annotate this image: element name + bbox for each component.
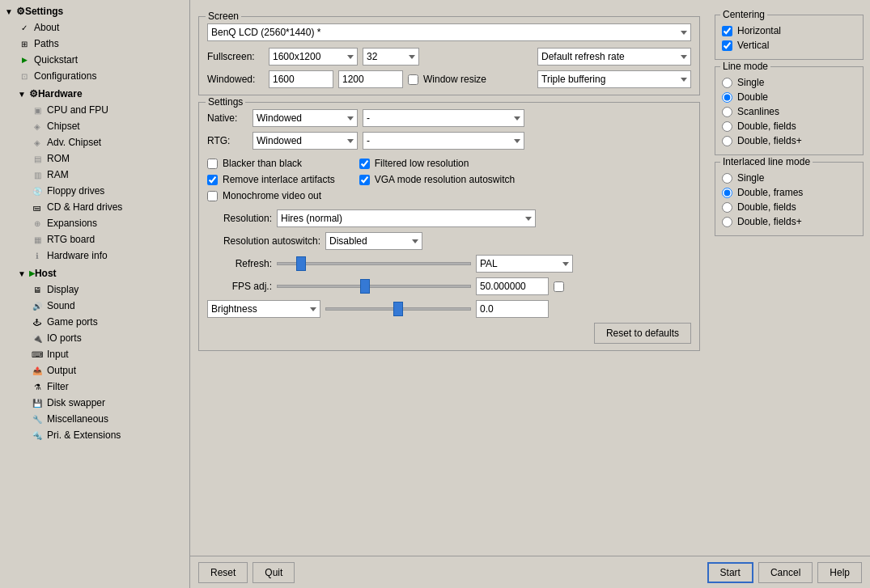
interlaced-single-label: Single — [737, 172, 764, 184]
line-mode-scanlines-radio[interactable] — [722, 107, 732, 117]
line-mode-double-fields-plus-radio[interactable] — [722, 136, 732, 146]
sidebar-item-game-ports[interactable]: 🕹 Game ports — [29, 314, 186, 330]
sidebar-item-sound[interactable]: 🔊 Sound — [29, 298, 186, 314]
sound-icon: 🔊 — [31, 299, 44, 312]
native-mode-select[interactable]: Windowed — [253, 109, 358, 127]
hardware-label: Hardware — [38, 88, 83, 99]
blacker-than-black-checkbox[interactable] — [207, 159, 218, 169]
line-mode-double-label: Double — [737, 91, 768, 103]
interlaced-double-fields-radio[interactable] — [722, 202, 732, 213]
sidebar-item-floppy[interactable]: 💿 Floppy drives — [29, 183, 186, 199]
sidebar-item-filter[interactable]: ⚗ Filter — [29, 379, 186, 395]
fullscreen-res-select[interactable]: 1600x1200 — [269, 48, 358, 66]
settings-group: Settings Native: Windowed - — [198, 102, 700, 351]
fps-value-input[interactable] — [476, 277, 549, 295]
fps-checkbox[interactable] — [554, 281, 564, 292]
interlaced-double-frames-radio[interactable] — [722, 188, 732, 198]
line-mode-double-fields-radio[interactable] — [722, 121, 732, 132]
fps-slider[interactable] — [277, 285, 471, 288]
sidebar-item-input[interactable]: ⌨ Input — [29, 346, 186, 362]
centering-group: Centering Horizontal Vertical — [715, 15, 864, 60]
ram-icon: ▥ — [31, 168, 44, 181]
sidebar-item-pri-extensions[interactable]: 🔩 Pri. & Extensions — [29, 427, 186, 443]
screen-title: Screen — [206, 11, 241, 22]
brightness-value-input[interactable] — [476, 300, 549, 318]
brightness-slider[interactable] — [325, 307, 471, 311]
help-button[interactable]: Help — [817, 562, 862, 583]
cancel-button[interactable]: Cancel — [758, 562, 813, 583]
display-icon: 🖥 — [31, 283, 44, 296]
windowed-w-input[interactable] — [269, 70, 333, 88]
monochrome-checkbox[interactable] — [207, 191, 218, 201]
sidebar-item-hardware-info[interactable]: ℹ Hardware info — [29, 247, 186, 264]
host-header[interactable]: ▼ ▶ Host — [16, 265, 186, 281]
sidebar-item-configurations[interactable]: ⊡ Configurations — [16, 68, 186, 84]
windowed-h-input[interactable] — [338, 70, 403, 88]
sidebar-item-display[interactable]: 🖥 Display — [29, 281, 186, 298]
adv-chipset-icon: ◈ — [31, 136, 44, 149]
right-checkboxes: Filtered low resolution VGA mode resolut… — [359, 158, 515, 201]
resolution-select[interactable]: Hires (normal) — [277, 209, 536, 227]
resolution-autoswitch-select[interactable]: Disabled — [325, 232, 422, 250]
sidebar-item-quickstart[interactable]: ▶ Quickstart — [16, 52, 186, 68]
monitor-select[interactable]: BenQ LCD (2560*1440) * — [207, 23, 691, 41]
reset-button[interactable]: Reset — [198, 562, 248, 583]
interlaced-double-fields-plus-radio[interactable] — [722, 217, 732, 227]
sidebar-item-ram[interactable]: ▥ RAM — [29, 167, 186, 183]
refresh-slider[interactable] — [277, 262, 471, 265]
fullscreen-depth-select[interactable]: 32 — [363, 48, 419, 66]
sidebar-item-about[interactable]: ✓ About — [16, 19, 186, 36]
filtered-low-res-checkbox[interactable] — [359, 159, 370, 169]
rtg-extra-select[interactable]: - — [363, 132, 524, 150]
rom-icon: ▤ — [31, 152, 44, 165]
sidebar-item-cpu[interactable]: ▣ CPU and FPU — [29, 102, 186, 118]
floppy-icon: 💿 — [31, 184, 44, 197]
line-mode-scanlines-label: Scanlines — [737, 106, 779, 117]
sidebar-item-hd[interactable]: 🖴 CD & Hard drives — [29, 199, 186, 215]
resolution-row: Resolution: Hires (normal) — [207, 209, 691, 227]
line-mode-title: Line mode — [720, 61, 770, 72]
brightness-mode-select[interactable]: Brightness — [207, 300, 320, 318]
horizontal-label: Horizontal — [737, 25, 781, 36]
hardware-icon: ⚙ — [29, 88, 38, 99]
sidebar-item-chipset[interactable]: ◈ Chipset — [29, 118, 186, 134]
interlaced-group: Interlaced line mode Single Double, fram… — [715, 162, 864, 236]
quit-button[interactable]: Quit — [253, 562, 295, 583]
host-children: 🖥 Display 🔊 Sound 🕹 Game ports 🔌 IO port… — [16, 281, 186, 443]
settings-root[interactable]: ▼ ⚙ Settings — [3, 3, 186, 19]
refresh-row: Refresh: PAL — [207, 255, 691, 273]
vga-mode-checkbox[interactable] — [359, 175, 370, 185]
line-mode-double-radio[interactable] — [722, 92, 732, 103]
sidebar-item-output[interactable]: 📤 Output — [29, 362, 186, 379]
vertical-checkbox[interactable] — [722, 40, 732, 51]
settings-root-icon: ⚙ — [16, 6, 25, 17]
sidebar-item-disk-swapper[interactable]: 💾 Disk swapper — [29, 395, 186, 411]
sidebar-item-rtg-board[interactable]: ▦ RTG board — [29, 231, 186, 247]
default-refresh-select[interactable]: Default refresh rate — [537, 48, 691, 66]
refresh-value-select[interactable]: PAL — [476, 255, 573, 273]
line-mode-double-fields: Double, fields — [722, 121, 856, 132]
resolution-label: Resolution: — [207, 213, 272, 224]
sidebar-item-adv-chipset[interactable]: ◈ Adv. Chipset — [29, 134, 186, 150]
line-mode-single-radio[interactable] — [722, 78, 732, 88]
window-resize-checkbox[interactable] — [408, 74, 418, 85]
sidebar-item-rom[interactable]: ▤ ROM — [29, 150, 186, 167]
sidebar-item-paths[interactable]: ⊞ Paths — [16, 36, 186, 52]
chipset-icon: ◈ — [31, 120, 44, 133]
hardware-header[interactable]: ▼ ⚙ Hardware — [16, 86, 186, 102]
horizontal-checkbox[interactable] — [722, 26, 732, 36]
rtg-mode-select[interactable]: Windowed — [253, 132, 358, 150]
interlaced-single-radio[interactable] — [722, 173, 732, 184]
line-mode-single: Single — [722, 77, 856, 88]
interlaced-double-fields-plus-label: Double, fields+ — [737, 216, 802, 227]
triple-buffering-select[interactable]: Triple buffering — [537, 70, 691, 88]
screen-group: Screen BenQ LCD (2560*1440) * Fullscreen… — [198, 16, 700, 95]
remove-interlace-checkbox[interactable] — [207, 175, 218, 185]
start-button[interactable]: Start — [707, 562, 753, 583]
sidebar-item-miscellaneous[interactable]: 🔧 Miscellaneous — [29, 411, 186, 427]
main-content: Screen BenQ LCD (2560*1440) * Fullscreen… — [190, 0, 708, 556]
reset-defaults-button[interactable]: Reset to defaults — [594, 323, 691, 344]
sidebar-item-io-ports[interactable]: 🔌 IO ports — [29, 330, 186, 346]
native-extra-select[interactable]: - — [363, 109, 524, 127]
sidebar-item-expansions[interactable]: ⊕ Expansions — [29, 215, 186, 231]
